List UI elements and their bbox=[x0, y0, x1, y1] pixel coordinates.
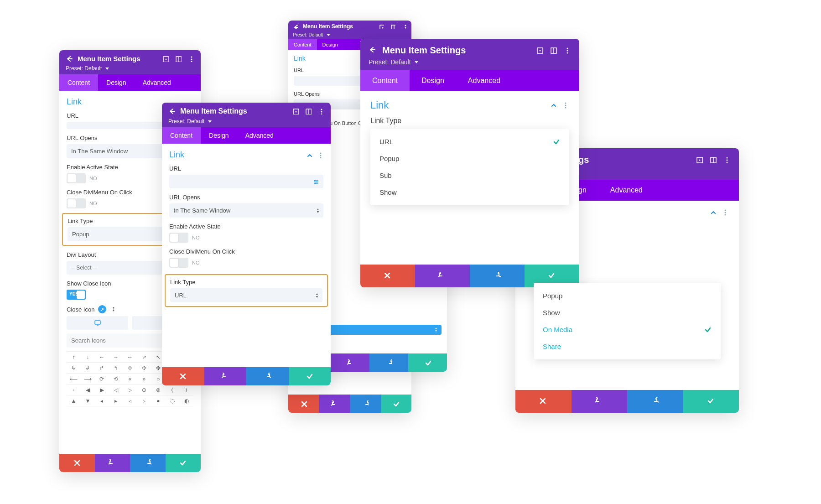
tab-advanced[interactable]: Advanced bbox=[598, 180, 655, 201]
confirm-button[interactable] bbox=[289, 367, 331, 385]
preset-selector[interactable]: Preset: Default bbox=[369, 58, 571, 66]
icon-glyph[interactable]: ⟳ bbox=[95, 374, 109, 384]
back-icon[interactable] bbox=[293, 24, 298, 29]
tab-design[interactable]: Design bbox=[201, 127, 237, 144]
redo-button[interactable] bbox=[627, 390, 683, 413]
more-icon[interactable] bbox=[317, 152, 323, 158]
icon-glyph[interactable]: ⟶ bbox=[81, 374, 95, 384]
columns-icon[interactable] bbox=[305, 108, 312, 114]
icon-glyph[interactable]: ↔ bbox=[123, 352, 137, 363]
tab-content[interactable]: Content bbox=[59, 74, 98, 91]
icon-glyph[interactable]: ↰ bbox=[109, 363, 123, 374]
more-icon[interactable] bbox=[318, 108, 324, 114]
cancel-button[interactable] bbox=[162, 367, 204, 385]
undo-button[interactable] bbox=[95, 454, 130, 472]
icon-glyph[interactable]: ⟲ bbox=[109, 374, 123, 384]
link-type-dropdown[interactable]: URLPopupSubShow bbox=[370, 129, 569, 205]
responsive-icon[interactable]: ↗ bbox=[98, 305, 106, 313]
icon-glyph[interactable]: ⟵ bbox=[67, 374, 81, 384]
toggle-close-divimenu[interactable]: NO bbox=[169, 258, 323, 268]
more-icon[interactable] bbox=[402, 24, 407, 29]
more-icon[interactable] bbox=[110, 307, 115, 312]
icon-preview-active[interactable] bbox=[67, 316, 128, 330]
expand-icon[interactable] bbox=[536, 47, 544, 54]
more-icon[interactable] bbox=[564, 47, 571, 54]
dropdown-option[interactable]: Show bbox=[534, 304, 721, 321]
preset-selector[interactable]: Preset: Default bbox=[293, 32, 407, 37]
icon-glyph[interactable]: ↱ bbox=[95, 363, 109, 374]
more-icon[interactable] bbox=[723, 156, 731, 164]
link-type-dropdown-f[interactable]: PopupShowOn MediaShare bbox=[534, 283, 721, 359]
icon-glyph[interactable]: ◌ bbox=[165, 395, 179, 406]
redo-button[interactable] bbox=[470, 265, 525, 287]
cancel-button[interactable] bbox=[515, 390, 572, 413]
icon-glyph[interactable]: ↳ bbox=[67, 363, 81, 374]
icon-glyph[interactable]: ▲ bbox=[67, 395, 81, 406]
confirm-button[interactable] bbox=[683, 390, 739, 413]
dropdown-option[interactable]: Sub bbox=[370, 167, 569, 184]
back-icon[interactable] bbox=[66, 55, 73, 62]
dropdown-option[interactable]: Popup bbox=[370, 150, 569, 167]
icon-glyph[interactable]: ⟩ bbox=[179, 384, 193, 395]
icon-glyph[interactable]: ▷ bbox=[123, 384, 137, 395]
icon-glyph[interactable]: ↲ bbox=[81, 363, 95, 374]
confirm-button[interactable] bbox=[408, 353, 447, 372]
expand-icon[interactable] bbox=[379, 24, 384, 29]
icon-glyph[interactable]: ● bbox=[151, 395, 165, 406]
dropdown-option[interactable]: Show bbox=[370, 184, 569, 201]
icon-glyph[interactable]: ◁ bbox=[109, 384, 123, 395]
icon-glyph[interactable]: ↓ bbox=[81, 352, 95, 363]
icon-glyph[interactable]: ↑ bbox=[67, 352, 81, 363]
tab-design[interactable]: Design bbox=[98, 74, 135, 91]
undo-button[interactable] bbox=[415, 265, 470, 287]
tab-design[interactable]: Design bbox=[410, 70, 456, 91]
collapse-icon[interactable] bbox=[550, 102, 557, 109]
columns-icon[interactable] bbox=[710, 156, 717, 164]
select-url-opens[interactable]: In The Same Window▴▾ bbox=[169, 203, 323, 218]
icon-glyph[interactable]: ◀ bbox=[81, 384, 95, 395]
columns-icon[interactable] bbox=[175, 56, 182, 62]
back-icon[interactable] bbox=[369, 46, 378, 55]
select-link-type[interactable]: URL▴▾ bbox=[170, 288, 322, 302]
redo-button[interactable] bbox=[350, 395, 381, 413]
undo-button[interactable] bbox=[319, 395, 350, 413]
undo-button[interactable] bbox=[204, 367, 247, 385]
tab-advanced[interactable]: Advanced bbox=[456, 70, 512, 91]
redo-button[interactable] bbox=[369, 353, 408, 372]
icon-glyph[interactable]: ↗ bbox=[137, 352, 151, 363]
more-icon[interactable] bbox=[562, 102, 569, 109]
preset-selector[interactable]: Preset: Default bbox=[66, 65, 194, 72]
dropdown-option[interactable]: Share bbox=[534, 338, 721, 355]
more-icon[interactable] bbox=[722, 209, 729, 216]
undo-button[interactable] bbox=[572, 390, 628, 413]
confirm-button[interactable] bbox=[381, 395, 412, 413]
tab-content[interactable]: Content bbox=[162, 127, 201, 144]
icon-glyph[interactable]: ◂ bbox=[95, 395, 109, 406]
collapse-icon[interactable] bbox=[710, 209, 717, 216]
icon-glyph[interactable]: ✢ bbox=[123, 363, 137, 374]
back-icon[interactable] bbox=[168, 108, 176, 115]
expand-icon[interactable] bbox=[292, 108, 299, 114]
columns-icon[interactable] bbox=[390, 24, 395, 29]
icon-glyph[interactable]: ✣ bbox=[137, 363, 151, 374]
undo-button[interactable] bbox=[331, 353, 369, 372]
section-title[interactable]: Link bbox=[169, 150, 323, 160]
icon-glyph[interactable]: ← bbox=[95, 352, 109, 363]
cancel-button[interactable] bbox=[288, 395, 319, 413]
expand-icon[interactable] bbox=[162, 56, 169, 62]
icon-glyph[interactable]: ⊚ bbox=[151, 384, 165, 395]
more-icon[interactable] bbox=[188, 56, 194, 62]
icon-glyph[interactable]: ▶ bbox=[95, 384, 109, 395]
icon-glyph[interactable]: ◐ bbox=[179, 395, 193, 406]
tab-design[interactable]: Design bbox=[317, 39, 343, 50]
dropdown-option[interactable]: On Media bbox=[534, 321, 721, 338]
columns-icon[interactable] bbox=[550, 47, 557, 54]
icon-glyph[interactable]: « bbox=[123, 374, 137, 384]
icon-glyph[interactable]: ◦ bbox=[67, 384, 81, 395]
tab-content[interactable]: Content bbox=[360, 70, 410, 91]
icon-glyph[interactable]: ⊙ bbox=[137, 384, 151, 395]
icon-glyph[interactable]: ◃ bbox=[123, 395, 137, 406]
icon-glyph[interactable]: ▼ bbox=[81, 395, 95, 406]
dropdown-option[interactable]: Popup bbox=[534, 287, 721, 304]
confirm-button[interactable] bbox=[166, 454, 201, 472]
